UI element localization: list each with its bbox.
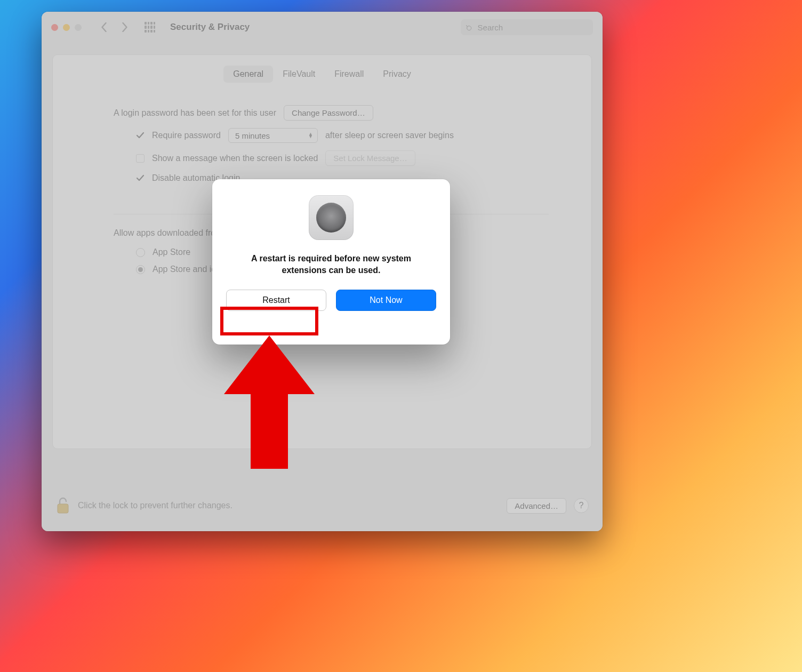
search-field[interactable] [461, 19, 593, 35]
lock-text: Click the lock to prevent further change… [78, 501, 232, 510]
tab-filevault[interactable]: FileVault [273, 66, 325, 83]
svg-rect-0 [58, 504, 68, 513]
checkmark-icon [136, 174, 145, 182]
show-message-label: Show a message when the screen is locked [152, 154, 318, 163]
advanced-button[interactable]: Advanced… [507, 498, 566, 514]
system-preferences-icon [309, 195, 354, 240]
disable-auto-login-checkbox[interactable] [136, 174, 145, 182]
tab-privacy[interactable]: Privacy [373, 66, 420, 83]
window-controls [51, 24, 82, 31]
allow-app-store-identified-radio[interactable] [136, 265, 145, 274]
allow-app-store-radio[interactable] [136, 248, 145, 257]
require-password-label: Require password [152, 131, 221, 140]
window-title: Security & Privacy [170, 22, 250, 33]
not-now-button[interactable]: Not Now [336, 290, 436, 311]
grid-icon [145, 22, 155, 33]
checkmark-icon [136, 131, 145, 140]
help-button[interactable]: ? [574, 498, 589, 513]
dialog-buttons: Restart Not Now [226, 290, 436, 311]
require-password-suffix: after sleep or screen saver begins [325, 131, 454, 140]
set-lock-message-button: Set Lock Message… [325, 150, 415, 166]
show-all-prefs-button[interactable] [142, 20, 157, 35]
restart-button[interactable]: Restart [226, 290, 326, 311]
require-password-delay-value: 5 minutes [235, 131, 270, 140]
gear-icon [316, 203, 346, 233]
lock-icon[interactable] [55, 496, 70, 515]
restart-required-dialog: A restart is required before new system … [212, 179, 450, 345]
forward-button[interactable] [117, 20, 132, 35]
window-footer: Click the lock to prevent further change… [42, 480, 603, 531]
dialog-message: A restart is required before new system … [226, 253, 436, 276]
back-button[interactable] [97, 20, 111, 35]
allow-app-store-label: App Store [153, 247, 190, 257]
search-input[interactable] [478, 23, 588, 32]
require-password-checkbox[interactable] [136, 131, 145, 140]
window-toolbar: Security & Privacy [42, 12, 603, 43]
updown-icon: ▲▼ [308, 133, 313, 138]
show-message-checkbox[interactable] [136, 154, 145, 163]
search-icon [466, 23, 474, 31]
tab-firewall[interactable]: Firewall [325, 66, 373, 83]
change-password-button[interactable]: Change Password… [284, 105, 373, 121]
require-password-delay-select[interactable]: 5 minutes ▲▼ [228, 128, 318, 143]
allow-apps-title: Allow apps downloaded from: [114, 228, 225, 238]
chevron-left-icon [101, 22, 108, 32]
tab-bar: General FileVault Firewall Privacy [53, 55, 591, 83]
tab-general[interactable]: General [223, 66, 273, 83]
window-close-button[interactable] [51, 24, 58, 31]
window-minimize-button[interactable] [63, 24, 70, 31]
login-password-text: A login password has been set for this u… [114, 108, 276, 118]
chevron-right-icon [121, 22, 128, 32]
window-maximize-button[interactable] [75, 24, 82, 31]
